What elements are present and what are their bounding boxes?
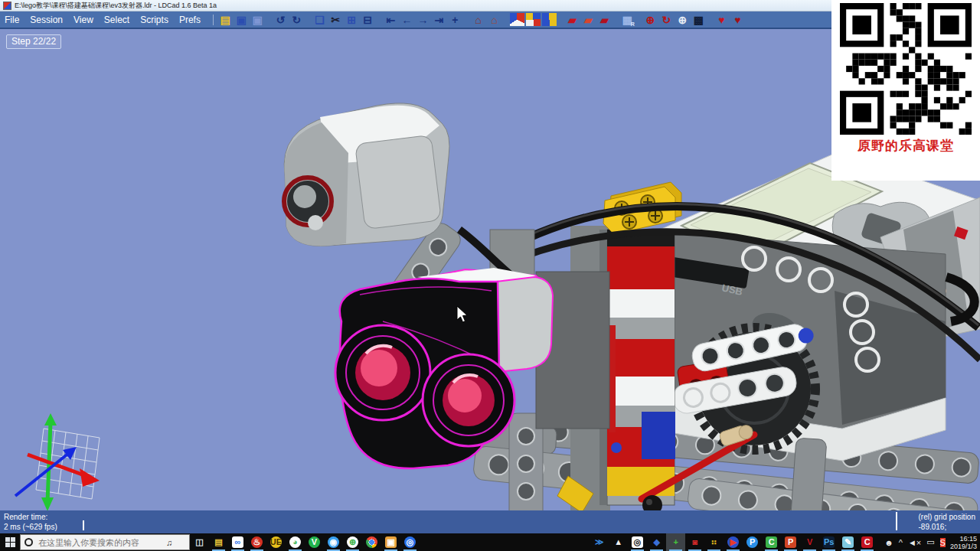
toolbar-icon[interactable]: ▰ xyxy=(581,13,596,26)
taskbar-app[interactable]: ▲ xyxy=(609,533,628,551)
qr-code xyxy=(840,3,972,135)
status-separator xyxy=(896,512,897,530)
ultrasonic-eye-right xyxy=(423,354,514,446)
tray-icon[interactable]: S xyxy=(940,538,946,547)
toolbar-icon[interactable] xyxy=(542,13,557,26)
menu-item[interactable]: Scripts xyxy=(140,15,168,25)
toolbar-icon[interactable]: ♥ xyxy=(714,13,729,26)
tray-icon[interactable]: ^ xyxy=(899,538,903,547)
toolbar-icon[interactable]: ♥ xyxy=(730,13,745,26)
taskbar-app[interactable]: ⠶ xyxy=(704,533,724,551)
tray-icon[interactable]: ☻ xyxy=(884,538,893,547)
taskbar-app[interactable]: ◎ xyxy=(628,533,647,551)
toolbar-icon[interactable]: ▣ xyxy=(234,13,249,26)
taskbar-app[interactable]: ◙ xyxy=(685,533,704,551)
render-time-label: Render time: xyxy=(4,512,57,522)
grid-position: (rel) grid position -89.016; xyxy=(919,512,975,532)
taskbar-app[interactable]: ≫ xyxy=(590,533,609,551)
toolbar-icon[interactable]: ⇥ xyxy=(432,13,446,26)
taskbar-app[interactable]: ◉ xyxy=(324,533,343,551)
toolbar-icon[interactable]: ⇤ xyxy=(384,13,398,26)
menu: FileSessionViewSelectScriptsPrefs xyxy=(5,15,201,25)
start-button[interactable] xyxy=(0,533,20,551)
toolbar: ▤ ▣ ▣ ↺ ↻ ❏ xyxy=(218,13,745,26)
window-title: E:\lego教学\课程\搭建基础课程\ev3发射器.ldr - LDCad 1… xyxy=(15,1,217,11)
taskbar-app[interactable]: C xyxy=(762,533,781,551)
toolbar-icon[interactable]: ▩ xyxy=(691,13,706,26)
taskbar-app[interactable]: ◆ xyxy=(647,533,666,551)
toolbar-icon[interactable]: ❏ xyxy=(312,13,327,26)
toolbar-icon[interactable]: ↻ xyxy=(289,13,304,26)
taskbar-app[interactable]: ✎ xyxy=(838,533,858,551)
menu-item[interactable]: Prefs xyxy=(179,15,201,25)
toolbar-icon[interactable]: ↻ xyxy=(659,13,674,26)
toolbar-icon[interactable]: ▣ xyxy=(250,13,265,26)
taskbar-app[interactable]: Ps xyxy=(819,533,838,551)
taskbar-app[interactable]: P xyxy=(743,533,762,551)
taskbar-app[interactable]: ▣ xyxy=(381,533,400,551)
windows-logo-icon xyxy=(5,537,15,547)
toolbar-icon[interactable]: ⌂ xyxy=(471,13,485,26)
taskbar-search[interactable]: ♫ xyxy=(20,534,190,550)
grid-position-label: (rel) grid position xyxy=(919,512,975,522)
toolbar-icon[interactable]: ⊞ xyxy=(345,13,359,26)
status-caret xyxy=(83,520,84,530)
toolbar-icon[interactable]: ⊕ xyxy=(675,13,690,26)
toolbar-icon[interactable]: ✂ xyxy=(328,13,343,26)
toolbar-icon[interactable]: ↺ xyxy=(273,13,288,26)
ultrasonic-eye-left xyxy=(335,325,430,420)
toolbar-icon[interactable]: ▤ xyxy=(218,13,233,26)
status-bar: Render time: 2 ms (~629 fps) (rel) grid … xyxy=(0,510,980,533)
toolbar-separator xyxy=(213,15,214,25)
tray-icon[interactable]: ◄× xyxy=(908,538,921,547)
menu-item[interactable]: View xyxy=(74,15,93,25)
microphone-icon[interactable]: ♫ xyxy=(166,538,172,547)
render-time-value: 2 ms (~629 fps) xyxy=(4,522,57,532)
taskbar-app[interactable]: V xyxy=(305,533,324,551)
step-badge[interactable]: Step 22/22 xyxy=(6,34,61,49)
qr-caption: 原野的乐高课堂 xyxy=(858,137,954,155)
taskbar-app[interactable]: ∞ xyxy=(228,533,247,551)
app-icon xyxy=(3,2,11,10)
taskbar-app[interactable]: ◫ xyxy=(190,533,209,551)
taskbar-app[interactable]: ◕ xyxy=(286,533,305,551)
taskbar-left-apps: ◫ ▤ ∞ ♨ UE ◕ V xyxy=(190,533,420,551)
taskbar-app[interactable]: + xyxy=(666,533,685,551)
render-time: Render time: 2 ms (~629 fps) xyxy=(4,512,57,532)
clock-date: 2019/1/3 xyxy=(950,543,977,550)
taskbar-app[interactable]: P xyxy=(781,533,800,551)
menu-item[interactable]: Select xyxy=(104,15,129,25)
toolbar-icon[interactable]: + xyxy=(448,13,462,26)
taskbar-right-apps: ≫ ▲ ◎ ◆ + ◙ xyxy=(590,533,877,551)
taskbar: ♫ ◫ ▤ ∞ ♨ UE ◕ xyxy=(0,533,980,551)
toolbar-icon[interactable]: ▰ xyxy=(565,13,580,26)
taskbar-app[interactable]: ▤ xyxy=(209,533,228,551)
grid-position-value: -89.016; xyxy=(919,522,975,532)
toolbar-icon[interactable]: ⊟ xyxy=(361,13,375,26)
menu-item[interactable]: Session xyxy=(30,15,63,25)
taskbar-clock[interactable]: 16:15 2019/1/3 xyxy=(950,535,977,550)
toolbar-icon[interactable] xyxy=(510,13,524,26)
taskbar-app[interactable]: V xyxy=(800,533,819,551)
taskbar-app[interactable]: C xyxy=(858,533,877,551)
toolbar-icon[interactable]: → xyxy=(416,13,430,26)
qr-overlay: 原野的乐高课堂 xyxy=(831,0,980,181)
taskbar-app[interactable]: UE xyxy=(266,533,286,551)
taskbar-app[interactable]: ▶ xyxy=(724,533,743,551)
taskbar-app[interactable]: ⊕ xyxy=(343,533,362,551)
toolbar-icon[interactable]: ⊕ xyxy=(643,13,658,26)
toolbar-icon[interactable]: ⌂ xyxy=(487,13,501,26)
menu-item[interactable]: File xyxy=(5,15,19,25)
axis-indicator xyxy=(15,413,100,510)
toolbar-icon[interactable]: ▦ R xyxy=(620,13,635,26)
toolbar-icon[interactable] xyxy=(526,13,541,26)
taskbar-app[interactable]: ◎ xyxy=(400,533,420,551)
taskbar-app[interactable]: ♨ xyxy=(247,533,266,551)
tray-icon[interactable]: ▭ xyxy=(926,537,934,547)
taskbar-app[interactable] xyxy=(362,533,381,551)
cortana-icon xyxy=(24,538,33,546)
toolbar-icon[interactable]: ▰ xyxy=(597,13,612,26)
system-tray: ☻ ^ ◄× ▭ S xyxy=(884,537,946,547)
search-input[interactable] xyxy=(37,537,162,548)
toolbar-icon[interactable]: ← xyxy=(400,13,414,26)
